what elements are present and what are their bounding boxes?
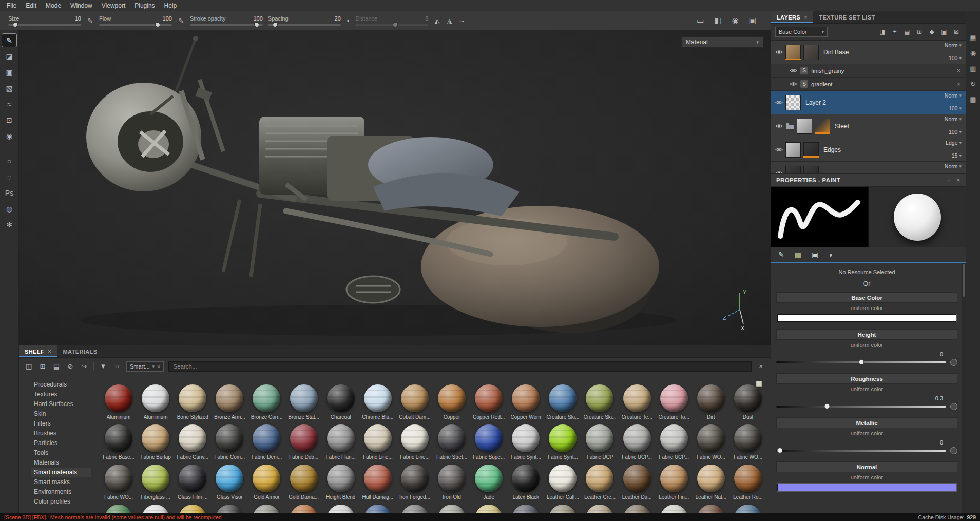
photoshop-export-icon[interactable]: Ps — [2, 186, 16, 199]
category-particles[interactable]: Particles — [31, 439, 91, 448]
material-item[interactable]: Leather Calf... — [544, 465, 581, 500]
material-item[interactable]: Dirt — [693, 384, 729, 420]
category-filters[interactable]: Filters — [31, 419, 91, 428]
material-item[interactable] — [507, 505, 544, 513]
layer-thumbnail[interactable] — [785, 166, 801, 174]
distance-slider[interactable] — [355, 24, 428, 26]
layer-visibility-eye-icon[interactable] — [775, 100, 783, 105]
color-swatch[interactable] — [777, 314, 956, 322]
material-item[interactable]: Creature Te... — [619, 384, 656, 420]
material-item[interactable] — [174, 505, 211, 513]
opacity-select[interactable]: 100▾ — [949, 129, 962, 135]
shading-mode-dropdown[interactable]: Material ▾ — [681, 36, 763, 48]
layer-thumbnail[interactable] — [785, 45, 801, 60]
viewport-3d[interactable]: Material ▾ Y Z X — [19, 30, 771, 345]
material-item[interactable]: Charcoal — [322, 384, 359, 420]
material-item[interactable]: Fiberglass ... — [137, 465, 174, 500]
add-folder-icon[interactable]: ▣ — [939, 28, 949, 35]
material-item[interactable]: Latex Black — [507, 465, 544, 500]
camera-icon[interactable]: ◉ — [731, 16, 740, 25]
perspective-cube-icon[interactable]: ◧ — [714, 16, 723, 25]
distance-slider-handle[interactable] — [393, 22, 398, 27]
material-item[interactable]: Fabric WO... — [729, 424, 766, 460]
material-item[interactable]: Bronze Arm... — [211, 384, 248, 420]
menu-edit[interactable]: Edit — [21, 1, 41, 10]
material-item[interactable]: Fabric Dob... — [285, 424, 322, 460]
layer-visibility-eye-icon[interactable] — [775, 147, 783, 152]
tab-shelf[interactable]: SHELF× — [19, 345, 57, 357]
menu-file[interactable]: File — [2, 1, 21, 10]
shader-settings-panel-icon[interactable]: ◉ — [969, 48, 978, 57]
delete-layer-icon[interactable]: ⊠ — [951, 28, 962, 35]
material-item[interactable]: Leather Da... — [619, 465, 656, 500]
size-slider-handle[interactable] — [13, 22, 18, 27]
channel-slider[interactable] — [776, 450, 946, 452]
layer-row[interactable]: SteelNorm▾100▾ — [771, 114, 966, 138]
category-smart-masks[interactable]: Smart masks — [31, 478, 91, 487]
slider-handle[interactable] — [858, 359, 864, 365]
size-slider[interactable] — [8, 24, 81, 26]
quick-mask-icon[interactable]: ○ — [2, 155, 16, 167]
flow-pressure-pen-icon[interactable]: ✎ — [177, 17, 185, 25]
menu-viewport[interactable]: Viewport — [97, 1, 130, 10]
symmetry-icon[interactable]: ◌ — [2, 170, 16, 183]
slider-handle[interactable] — [777, 448, 782, 453]
layer-visibility-eye-icon[interactable] — [790, 68, 797, 73]
projection-tool[interactable]: ▣ — [2, 66, 16, 79]
slider-function-knob[interactable] — [950, 359, 957, 366]
polygon-fill-tool[interactable]: ▧ — [2, 82, 16, 94]
remove-effect-icon[interactable]: × — [957, 67, 960, 74]
category-hard-surfaces[interactable]: Hard Surfaces — [31, 400, 91, 409]
material-item[interactable]: Fabric Synt... — [544, 424, 581, 460]
viewport-2d3d-toggle-icon[interactable]: ▭ — [696, 16, 705, 25]
category-tools[interactable]: Tools — [31, 449, 91, 457]
material-item[interactable]: Fabric UCP... — [619, 424, 656, 460]
settings-gear-icon[interactable]: ✻ — [2, 218, 16, 231]
material-item[interactable] — [619, 505, 656, 513]
channel-mode-dropdown[interactable]: uniform color — [776, 342, 957, 348]
layer-visibility-eye-icon[interactable] — [775, 49, 783, 55]
material-item[interactable]: Hull Damag... — [359, 465, 396, 500]
list-view-icon[interactable]: ▤ — [52, 362, 61, 370]
material-item[interactable] — [470, 505, 507, 513]
material-item[interactable]: Fabric Stret... — [433, 424, 470, 460]
material-item[interactable]: Copper Worn — [507, 384, 544, 420]
tab-close-icon[interactable]: × — [48, 348, 51, 355]
material-item[interactable] — [285, 505, 322, 513]
undock-icon[interactable]: ▫ — [948, 177, 951, 184]
add-paint-layer-icon[interactable]: ⊞ — [914, 28, 925, 35]
material-item[interactable]: Fabric WO... — [100, 465, 137, 500]
material-item[interactable] — [656, 505, 693, 513]
channel-mode-dropdown[interactable]: uniform color — [776, 305, 957, 311]
material-item[interactable]: Fabric Synt... — [507, 424, 544, 460]
category-procedurals[interactable]: Procedurals — [31, 380, 91, 389]
grid-view-icon[interactable]: ▦ — [756, 379, 762, 388]
material-item[interactable]: Gold Armor — [248, 465, 285, 500]
material-item[interactable]: Jade — [470, 465, 507, 500]
material-item[interactable]: Fabric Flan... — [322, 424, 359, 460]
blend-mode-select[interactable]: Norm▾ — [945, 163, 962, 169]
material-item[interactable]: Fabric Supe... — [470, 424, 507, 460]
import-resources-icon[interactable]: ⊞ — [38, 362, 47, 370]
material-item[interactable]: Leather Ro... — [729, 465, 766, 500]
menu-plugins[interactable]: Plugins — [130, 1, 159, 10]
tab-texture-set-list[interactable]: TEXTURE SET LIST — [813, 11, 880, 23]
clone-tool[interactable]: ⊡ — [2, 113, 16, 126]
layer-visibility-eye-icon[interactable] — [775, 170, 783, 173]
motorcycle-model[interactable] — [19, 30, 771, 345]
material-item[interactable] — [396, 505, 433, 513]
layer-thumbnail[interactable] — [803, 166, 819, 174]
material-item[interactable]: Fabric Com... — [211, 424, 248, 460]
tab-layers[interactable]: LAYERS× — [771, 11, 813, 23]
menu-mode[interactable]: Mode — [41, 1, 66, 10]
tab-materials[interactable]: MATERIALS — [57, 345, 103, 357]
opacity-select[interactable]: 100▾ — [949, 55, 962, 61]
material-item[interactable] — [100, 505, 137, 513]
category-skin[interactable]: Skin — [31, 410, 91, 418]
history-panel-icon[interactable]: ↻ — [969, 79, 978, 88]
spacing-slider-handle[interactable] — [273, 22, 278, 27]
material-item[interactable] — [693, 505, 729, 513]
material-item[interactable]: Bronze Corr... — [248, 384, 285, 420]
material-item[interactable] — [248, 505, 285, 513]
add-effect-icon[interactable]: + — [890, 28, 900, 35]
